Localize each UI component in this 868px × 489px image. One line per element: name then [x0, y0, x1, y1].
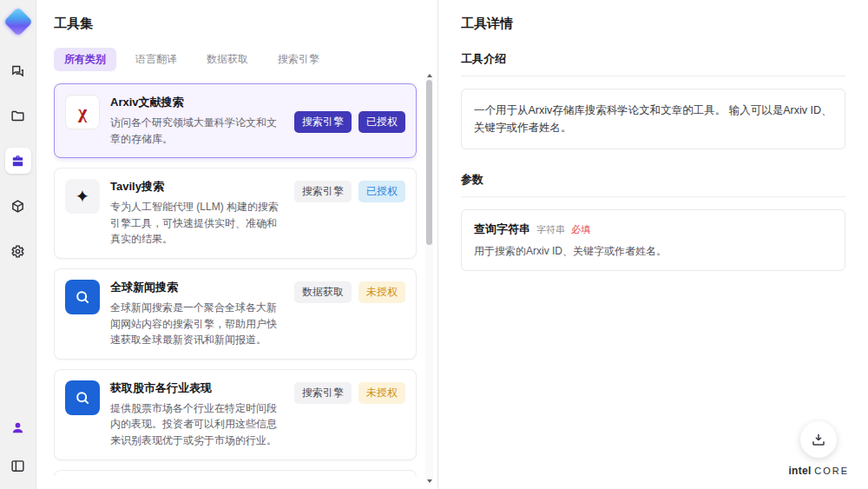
panel-toggle-icon	[10, 459, 25, 473]
sidebar-item-models[interactable]	[5, 193, 31, 219]
tool-detail-panel: 工具详情 工具介绍 一个用于从Arxiv存储库搜索科学论文和文章的工具。 输入可…	[438, 0, 868, 489]
param-required-label: 必填	[571, 223, 590, 236]
status-badge: 已授权	[358, 181, 405, 202]
tool-card-tavily[interactable]: ✦ Tavily搜索 专为人工智能代理 (LLM) 构建的搜索引擎工具，可快速提…	[54, 168, 417, 259]
sidebar-item-chat[interactable]	[5, 57, 31, 83]
tool-card-arxiv[interactable]: χ Arxiv文献搜索 访问各个研究领域大量科学论文和文章的存储库。 搜索引擎 …	[54, 83, 417, 158]
param-type: 字符串	[536, 223, 565, 236]
user-icon	[10, 420, 25, 435]
sidebar-item-files[interactable]	[5, 102, 31, 129]
tool-title: Arxiv文献搜索	[110, 95, 284, 110]
tab-data-acquisition[interactable]: 数据获取	[196, 48, 259, 71]
detail-title: 工具详情	[461, 16, 845, 32]
category-badge: 搜索引擎	[294, 181, 352, 202]
scroll-up-arrow-icon[interactable]	[427, 74, 432, 77]
tool-list-panel: 工具集 所有类别 语言翻译 数据获取 搜索引擎 χ Arxiv文献搜索 访问各个…	[36, 0, 438, 489]
category-badge: 搜索引擎	[294, 111, 352, 133]
tool-list: χ Arxiv文献搜索 访问各个研究领域大量科学论文和文章的存储库。 搜索引擎 …	[54, 83, 417, 476]
tool-description: 提供股票市场各个行业在特定时间段内的表现。投资者可以利用这些信息来识别表现优于或…	[110, 400, 284, 449]
bottom-right-float: intel CORE	[788, 421, 849, 477]
status-badge: 未授权	[358, 382, 405, 404]
download-button[interactable]	[800, 421, 837, 458]
tab-search-engine[interactable]: 搜索引擎	[267, 48, 330, 71]
list-scrollbar[interactable]	[425, 73, 433, 484]
scroll-down-arrow-icon[interactable]	[427, 479, 432, 483]
sparkle-icon: ✦	[65, 179, 100, 214]
tab-language-translation[interactable]: 语言翻译	[125, 48, 187, 71]
tool-title: 获取股市各行业表现	[110, 380, 284, 396]
param-name: 查询字符串	[474, 221, 530, 237]
gear-icon	[10, 244, 25, 259]
sidebar-rail	[0, 0, 36, 489]
intel-core-logo: intel CORE	[788, 465, 849, 477]
tool-description: 专为人工智能代理 (LLM) 构建的搜索引擎工具，可快速提供实时、准确和真实的结…	[110, 199, 284, 248]
category-badge: 搜索引擎	[294, 382, 352, 404]
toolbox-icon	[10, 154, 25, 169]
category-tabs: 所有类别 语言翻译 数据获取 搜索引擎	[54, 48, 417, 71]
app-window: 工具集 所有类别 语言翻译 数据获取 搜索引擎 χ Arxiv文献搜索 访问各个…	[0, 0, 868, 489]
tool-title: Tavily搜索	[110, 179, 284, 195]
category-badge: 数据获取	[294, 281, 352, 303]
status-badge: 已授权	[358, 111, 405, 133]
app-logo	[5, 9, 31, 35]
cube-icon	[10, 199, 25, 214]
intro-text: 一个用于从Arxiv存储库搜索科学论文和文章的工具。 输入可以是Arxiv ID…	[461, 89, 845, 149]
scrollbar-thumb[interactable]	[426, 80, 432, 245]
sidebar-item-account[interactable]	[5, 414, 31, 440]
download-icon	[811, 432, 826, 447]
stock-search-icon	[65, 380, 100, 415]
page-title: 工具集	[54, 16, 417, 32]
tool-description: 访问各个研究领域大量科学论文和文章的存储库。	[110, 115, 284, 147]
sidebar-item-collapse[interactable]	[5, 453, 31, 479]
status-badge: 未授权	[358, 281, 405, 303]
param-description: 用于搜索的Arxiv ID、关键字或作者姓名。	[474, 244, 832, 259]
sidebar-item-tools[interactable]	[5, 148, 31, 174]
tool-card-sector-performance[interactable]: 获取股市各行业表现 提供股票市场各个行业在特定时间段内的表现。投资者可以利用这些…	[54, 369, 417, 460]
params-heading: 参数	[461, 172, 845, 197]
logo-gem-icon	[3, 7, 33, 36]
folder-icon	[10, 109, 25, 123]
intro-heading: 工具介绍	[461, 51, 845, 76]
tool-card-global-news[interactable]: 全球新闻搜索 全球新闻搜索是一个聚合全球各大新闻网站内容的搜索引擎，帮助用户快速…	[54, 268, 417, 360]
chat-icon	[10, 63, 25, 78]
tab-all-categories[interactable]: 所有类别	[54, 48, 116, 71]
news-search-icon	[65, 280, 100, 314]
tool-description: 全球新闻搜索是一个聚合全球各大新闻网站内容的搜索引擎，帮助用户快速获取全球最新资…	[110, 300, 284, 348]
arxiv-logo-icon: χ	[65, 95, 100, 129]
tool-title: 全球新闻搜索	[110, 280, 284, 295]
tool-card-most-active-stocks[interactable]: 获取市场最活跃股票信息 提供当天交易量最高的股票列表，投资者可以利用这些信息来识…	[54, 470, 417, 476]
sidebar-item-settings[interactable]	[5, 238, 31, 264]
param-card-query-string: 查询字符串 字符串 必填 用于搜索的Arxiv ID、关键字或作者姓名。	[461, 209, 845, 271]
